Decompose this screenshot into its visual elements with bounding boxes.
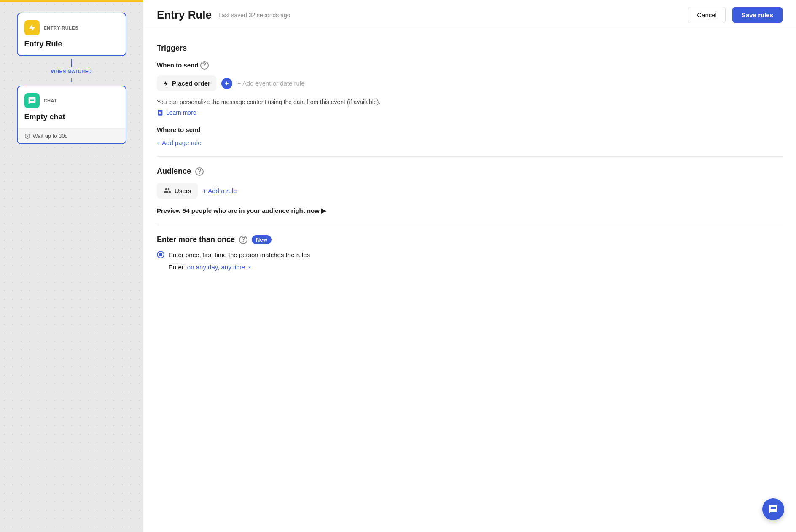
wait-label: Wait up to 30d — [33, 133, 68, 139]
connector-label: WHEN MATCHED — [51, 69, 92, 74]
panel-body: Triggers When to send ? Placed order + +… — [143, 30, 796, 532]
section-divider — [157, 156, 783, 157]
chat-card-title: Empty chat — [24, 113, 119, 121]
entry-rule-card[interactable]: ENTRY RULES Entry Rule — [17, 13, 126, 56]
canvas-area: ENTRY RULES Entry Rule WHEN MATCHED ↓ CH… — [0, 0, 143, 532]
learn-more-label: Learn more — [166, 109, 196, 116]
flow-connector: WHEN MATCHED ↓ — [51, 59, 92, 83]
top-accent-bar — [0, 0, 143, 2]
audience-header: Audience ? — [157, 167, 783, 176]
add-audience-rule-link[interactable]: + Add a rule — [203, 187, 237, 194]
users-label: Users — [175, 187, 191, 194]
chat-card-body: CHAT Empty chat — [18, 86, 126, 128]
entry-rule-card-header: ENTRY RULES — [24, 20, 119, 35]
chat-icon — [24, 93, 40, 108]
entry-rule-card-label: ENTRY RULES — [44, 25, 79, 30]
chat-card-footer: Wait up to 30d — [18, 128, 126, 143]
preview-audience-link[interactable]: Preview 54 people who are in your audien… — [157, 207, 783, 215]
entry-rule-icon — [24, 20, 40, 35]
chat-fab-button[interactable] — [762, 498, 784, 520]
connector-line-top — [71, 59, 72, 67]
add-page-rule-link[interactable]: + Add page rule — [157, 139, 783, 146]
when-to-send-help-icon[interactable]: ? — [200, 61, 209, 70]
trigger-plus-button[interactable]: + — [221, 78, 232, 89]
chat-card-header: CHAT — [24, 93, 119, 108]
enter-more-help-icon[interactable]: ? — [239, 236, 247, 244]
add-event-rule-link[interactable]: + Add event or date rule — [237, 80, 305, 87]
users-pill[interactable]: Users — [157, 183, 198, 199]
panel-header: Entry Rule Last saved 32 seconds ago Can… — [143, 0, 796, 30]
enter-once-radio-row[interactable]: Enter once, first time the person matche… — [157, 251, 783, 258]
right-panel: Entry Rule Last saved 32 seconds ago Can… — [143, 0, 796, 532]
connector-arrow: ↓ — [70, 75, 73, 83]
trigger-row: Placed order + + Add event or date rule — [157, 75, 783, 91]
enter-once-radio[interactable] — [157, 251, 164, 258]
chat-card-label: CHAT — [44, 98, 57, 103]
day-dropdown[interactable]: on any day, any time — [187, 263, 253, 271]
chat-card[interactable]: CHAT Empty chat Wait up to 30d — [17, 86, 126, 144]
enter-once-label: Enter once, first time the person matche… — [169, 251, 310, 258]
entry-rule-card-title: Entry Rule — [24, 40, 119, 48]
panel-title: Entry Rule — [157, 8, 212, 21]
new-badge: New — [252, 235, 272, 244]
cancel-button[interactable]: Cancel — [688, 7, 726, 23]
when-to-send-label: When to send ? — [157, 61, 783, 70]
enter-label: Enter — [169, 263, 184, 271]
learn-more-link[interactable]: Learn more — [157, 109, 783, 116]
placed-order-pill[interactable]: Placed order — [157, 75, 216, 91]
panel-saved-text: Last saved 32 seconds ago — [218, 12, 681, 19]
enter-more-title: Enter more than once — [157, 235, 235, 244]
personalize-info-text: You can personalize the message content … — [157, 98, 783, 107]
where-to-send-section: Where to send + Add page rule — [157, 126, 783, 146]
audience-section-title: Audience — [157, 167, 191, 176]
enter-more-header: Enter more than once ? New — [157, 235, 783, 244]
section-divider-2 — [157, 225, 783, 225]
where-to-send-label: Where to send — [157, 126, 783, 133]
triggers-section-title: Triggers — [157, 44, 783, 53]
enter-day-row: Enter on any day, any time — [157, 263, 783, 271]
save-button[interactable]: Save rules — [732, 7, 783, 23]
audience-row: Users + Add a rule — [157, 183, 783, 199]
placed-order-label: Placed order — [172, 80, 210, 87]
audience-help-icon[interactable]: ? — [195, 167, 204, 176]
